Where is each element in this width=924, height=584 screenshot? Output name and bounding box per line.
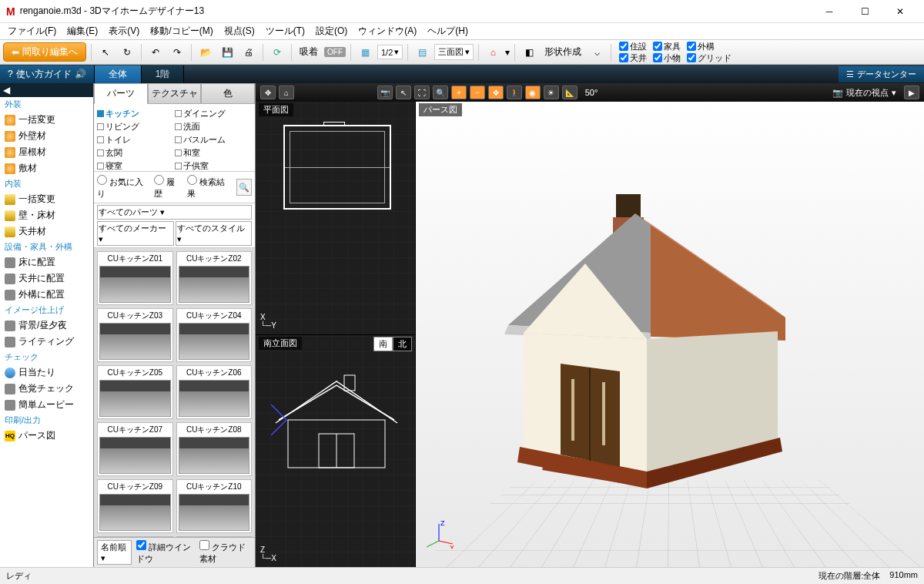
snap-toggle[interactable]: OFF: [324, 47, 346, 57]
fit-icon[interactable]: ⛶: [414, 86, 430, 99]
view-tool-2-icon[interactable]: ⌂: [279, 86, 294, 99]
cat-ダイニング[interactable]: ダイニング: [175, 107, 253, 120]
cat-寝室[interactable]: 寝室: [97, 159, 175, 172]
elevation-view[interactable]: 南立面図 南 北: [256, 335, 415, 568]
direction-toggle[interactable]: 南 北: [373, 337, 412, 351]
nav-屋根材[interactable]: 屋根材: [0, 144, 93, 160]
camera-mode-icon[interactable]: 📷: [377, 86, 393, 99]
nav-床に配置[interactable]: 床に配置: [0, 254, 93, 270]
check-家具[interactable]: 家具: [653, 41, 681, 52]
check-住設[interactable]: 住設: [619, 41, 647, 52]
shape-label[interactable]: 形状作成: [541, 45, 584, 59]
grid-icon[interactable]: ▦: [356, 43, 374, 62]
cloud-check[interactable]: クラウド素材: [199, 540, 252, 565]
walk-icon[interactable]: 🚶: [507, 86, 522, 99]
zoom-out-icon[interactable]: －: [470, 86, 485, 99]
floor-tab-1階[interactable]: 1階: [142, 65, 185, 83]
guide-button[interactable]: ? 使い方ガイド 🔊: [0, 65, 95, 83]
refresh-icon[interactable]: ⟳: [268, 43, 286, 62]
menu-ウィンドウ(A)[interactable]: ウィンドウ(A): [353, 23, 421, 39]
menu-ツール(T)[interactable]: ツール(T): [261, 23, 310, 39]
parts-tab-色[interactable]: 色: [201, 83, 255, 104]
nav-天井に配置[interactable]: 天井に配置: [0, 270, 93, 287]
select-icon[interactable]: ↖: [396, 86, 411, 99]
nav-天井材[interactable]: 天井材: [0, 223, 93, 240]
part-item[interactable]: CUキッチンZ05: [97, 365, 173, 419]
view-tool-1-icon[interactable]: ✥: [260, 86, 276, 99]
nav-簡単ムービー[interactable]: 簡単ムービー: [0, 397, 93, 413]
open-icon[interactable]: 📂: [196, 43, 215, 62]
angle-icon[interactable]: 📐: [562, 86, 578, 99]
nav-外構に配置[interactable]: 外構に配置: [0, 287, 93, 303]
collapse-right-icon[interactable]: ▶: [904, 86, 919, 99]
menu-設定(O)[interactable]: 設定(O): [311, 23, 352, 39]
nav-一括変更[interactable]: 一括変更: [0, 112, 93, 128]
nav-色覚チェック[interactable]: 色覚チェック: [0, 381, 93, 397]
light-icon[interactable]: ☀: [544, 86, 559, 99]
history-radio[interactable]: 履歴: [154, 175, 181, 200]
parts-tab-テクスチャ[interactable]: テクスチャ: [148, 83, 202, 104]
minimize-button[interactable]: ─: [812, 1, 847, 22]
results-radio[interactable]: 検索結果: [187, 175, 230, 200]
zoom-area-icon[interactable]: 🔍: [433, 86, 448, 99]
parts-tab-パーツ[interactable]: パーツ: [94, 83, 148, 104]
rotate-tool-icon[interactable]: ↻: [118, 43, 136, 62]
menu-ヘルプ(H)[interactable]: ヘルプ(H): [423, 23, 473, 39]
nav-一括変更[interactable]: 一括変更: [0, 191, 93, 207]
angle-value[interactable]: 50°: [581, 88, 603, 97]
cat-洗面[interactable]: 洗面: [175, 120, 253, 133]
plan-view[interactable]: 平面図 X└─Y: [256, 102, 415, 335]
perspective-view[interactable]: パース図: [416, 102, 924, 567]
pan-icon[interactable]: ✥: [488, 86, 504, 99]
cat-子供室[interactable]: 子供室: [175, 159, 253, 172]
save-icon[interactable]: 💾: [218, 43, 236, 62]
menu-表示(V)[interactable]: 表示(V): [104, 23, 144, 39]
current-viewpoint-button[interactable]: 📷 現在の視点 ▾: [828, 87, 901, 99]
maximize-button[interactable]: ☐: [847, 1, 882, 22]
part-item[interactable]: CUキッチンZ08: [176, 422, 253, 476]
cat-バスルーム[interactable]: バスルーム: [175, 133, 253, 146]
maker-select[interactable]: すべてのメーカー ▾: [97, 221, 174, 246]
part-item[interactable]: CUキッチンZ09: [97, 479, 173, 533]
part-item[interactable]: CUキッチンZ07: [97, 422, 173, 476]
viewmode-icon[interactable]: ▤: [413, 43, 431, 62]
south-button[interactable]: 南: [373, 337, 393, 351]
check-小物[interactable]: 小物: [653, 52, 681, 64]
shape-icon[interactable]: ◧: [520, 43, 538, 62]
sort-select[interactable]: 名前順 ▾: [97, 540, 132, 565]
menu-編集(E)[interactable]: 編集(E): [62, 23, 102, 39]
nav-背景/昼夕夜[interactable]: 背景/昼夕夜: [0, 317, 93, 334]
style-select[interactable]: すべてのスタイル ▾: [176, 221, 253, 246]
part-item[interactable]: CUキッチンZ03: [97, 308, 173, 362]
orbit-icon[interactable]: ◉: [525, 86, 541, 99]
scale-dropdown[interactable]: 1/2 ▾: [377, 45, 403, 59]
house-icon[interactable]: ⌂: [484, 43, 502, 62]
zoom-in-icon[interactable]: ＋: [451, 86, 467, 99]
part-item[interactable]: CUキッチンZ01: [97, 251, 173, 305]
cat-玄関[interactable]: 玄関: [97, 146, 175, 159]
nav-ライティング[interactable]: ライティング: [0, 334, 93, 350]
menu-視点(S)[interactable]: 視点(S): [219, 23, 259, 39]
print-icon[interactable]: 🖨: [239, 43, 258, 62]
parts-filter-select[interactable]: すべてのパーツ ▾: [97, 205, 252, 220]
floor-tab-全体[interactable]: 全体: [95, 65, 142, 83]
cat-キッチン[interactable]: キッチン: [97, 107, 175, 120]
fav-radio[interactable]: お気に入り: [97, 175, 148, 200]
nav-パース図[interactable]: HQパース図: [0, 428, 93, 444]
menu-移動/コピー(M)[interactable]: 移動/コピー(M): [146, 23, 217, 39]
nav-壁・床材[interactable]: 壁・床材: [0, 207, 93, 223]
part-item[interactable]: CUキッチンZ06: [176, 365, 253, 419]
pointer-tool-icon[interactable]: ↖: [96, 43, 115, 62]
extra-icon[interactable]: ⌵: [588, 43, 606, 62]
menu-ファイル(F)[interactable]: ファイル(F): [3, 23, 61, 39]
nav-敷材[interactable]: 敷材: [0, 160, 93, 176]
cat-トイレ[interactable]: トイレ: [97, 133, 175, 146]
datacenter-button[interactable]: ☰ データセンター: [839, 66, 924, 82]
back-to-floorplan-button[interactable]: ⬅ 間取り編集へ: [3, 42, 86, 62]
redo-icon[interactable]: ↷: [168, 43, 186, 62]
search-icon[interactable]: 🔍: [236, 179, 253, 196]
close-button[interactable]: ✕: [882, 1, 918, 22]
viewmode-dropdown[interactable]: 三面図 ▾: [434, 44, 474, 60]
north-button[interactable]: 北: [393, 337, 412, 351]
check-天井[interactable]: 天井: [619, 52, 647, 64]
